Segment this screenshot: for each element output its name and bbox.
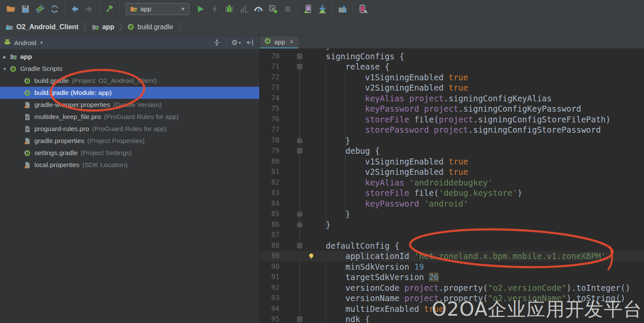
code-line-70[interactable]: 70 signingConfigs {	[260, 51, 644, 62]
device-manager-phone-icon[interactable]	[301, 3, 315, 15]
chevron-collapsed-icon[interactable]: ▶	[0, 55, 9, 59]
fold-marker-icon[interactable]	[279, 241, 304, 251]
breadcrumb-item-app[interactable]: app	[91, 23, 114, 31]
collapse-arrows-icon[interactable]	[211, 37, 222, 48]
stop-square-icon[interactable]	[280, 3, 295, 15]
run-config-select[interactable]: app▼	[126, 3, 189, 15]
code-text[interactable]: v1SigningEnabled true	[304, 156, 468, 167]
fold-marker-icon[interactable]	[279, 51, 304, 62]
code-text[interactable]: v2SigningEnabled true	[304, 167, 468, 177]
forward-arrow-icon[interactable]	[82, 3, 97, 15]
code-text[interactable]: keyAlias project.signingConfigKeyAlias	[304, 93, 552, 104]
code-area[interactable]: 69 }70 signingConfigs {71 release {72 v1…	[260, 49, 644, 323]
code-text[interactable]: applicationId 'net.zoneland.x.bpm.mobile…	[304, 251, 606, 262]
apply-changes-lightning-icon[interactable]	[207, 3, 222, 15]
code-line-78[interactable]: 78 }	[260, 135, 644, 146]
hide-panel-icon[interactable]	[245, 37, 256, 48]
code-text[interactable]: minSdkVersion 19	[304, 262, 424, 272]
build-hammer-icon[interactable]	[102, 3, 117, 15]
project-view-selector[interactable]: Android	[14, 39, 36, 46]
code-line-91[interactable]: 91 targetSdkVersion 26	[260, 272, 644, 283]
run-play-icon[interactable]	[193, 3, 207, 15]
code-text[interactable]	[304, 230, 306, 241]
code-line-74[interactable]: 74 keyAlias project.signingConfigKeyAlia…	[260, 93, 644, 104]
code-text[interactable]: signingConfigs {	[304, 51, 404, 62]
code-line-88[interactable]: 88 defaultConfig {	[260, 241, 644, 251]
tree-item-local.properties[interactable]: local.properties(SDK Location)	[0, 159, 259, 171]
code-line-89[interactable]: 89 applicationId 'net.zoneland.x.bpm.mob…	[260, 251, 644, 262]
fold-marker-icon[interactable]	[279, 135, 304, 146]
code-line-86[interactable]: 86 }	[260, 219, 644, 230]
gradle-icon	[24, 149, 31, 157]
fold-column	[279, 304, 304, 314]
close-icon[interactable]: ✕	[289, 39, 294, 45]
code-line-83[interactable]: 83 storeFile file('debug.keystore')	[260, 188, 644, 198]
code-text[interactable]: versionCode project.property("o2.version…	[304, 283, 630, 293]
code-line-87[interactable]: 87	[260, 230, 644, 241]
code-text[interactable]: keyPassword 'android'	[304, 198, 468, 209]
back-arrow-icon[interactable]	[67, 3, 82, 15]
code-text[interactable]: targetSdkVersion 26	[304, 272, 439, 283]
tree-item-multidex-keep-file.pro[interactable]: multidex_keep_file.pro(ProGuard Rules fo…	[0, 111, 259, 123]
code-line-79[interactable]: 79 debug {	[260, 146, 644, 156]
tree-item-gradle.properties[interactable]: gradle.properties(Project Properties)	[0, 135, 259, 147]
fold-marker-icon[interactable]	[279, 209, 304, 219]
tree-item-build.gradle[interactable]: build.gradle(Project: O2_Android_Client)	[0, 75, 259, 87]
refresh-icon[interactable]	[47, 3, 62, 15]
save-all-icon[interactable]	[18, 3, 33, 15]
code-line-71[interactable]: 71 release {	[260, 61, 644, 72]
fold-marker-icon[interactable]	[279, 61, 304, 72]
code-line-90[interactable]: 90 minSdkVersion 19	[260, 262, 644, 272]
debug-bug-icon[interactable]	[222, 3, 237, 15]
tree-item-app[interactable]: ▶app	[0, 51, 259, 63]
tree-item-build.gradle-module-app-[interactable]: build.gradle (Module: app)	[0, 87, 259, 99]
code-text[interactable]: keyAlias 'androiddebugkey'	[304, 177, 493, 188]
chevron-expanded-icon[interactable]: ▼	[0, 67, 9, 71]
code-line-92[interactable]: 92 versionCode project.property("o2.vers…	[260, 283, 644, 293]
code-text[interactable]: multiDexEnabled true	[304, 304, 444, 314]
attach-debugger-icon[interactable]	[266, 3, 280, 15]
open-folder-icon[interactable]	[3, 3, 18, 15]
code-line-81[interactable]: 81 v2SigningEnabled true	[260, 167, 644, 177]
code-text[interactable]: defaultConfig {	[304, 241, 399, 251]
code-line-84[interactable]: 84 keyPassword 'android'	[260, 198, 644, 209]
project-structure-folders-icon[interactable]	[335, 3, 350, 15]
gradle-sync-icon[interactable]	[33, 3, 47, 15]
code-text[interactable]: }	[304, 209, 350, 219]
code-line-82[interactable]: 82 keyAlias 'androiddebugkey'	[260, 177, 644, 188]
code-text[interactable]: }	[304, 135, 350, 146]
layout-inspector-phone-icon[interactable]	[355, 3, 370, 15]
fold-marker-icon[interactable]	[279, 219, 304, 230]
editor-tab-app[interactable]: app ✕	[260, 36, 298, 49]
code-text[interactable]: keyPassword project.signingConfigKeyPass…	[304, 104, 581, 114]
tree-item-gradle-scripts[interactable]: ▼Gradle Scripts	[0, 63, 259, 75]
fold-marker-icon[interactable]	[279, 146, 304, 156]
code-text[interactable]: storeFile file(project.signingConfigStor…	[304, 114, 611, 125]
tree-item-proguard-rules.pro[interactable]: proguard-rules.pro(ProGuard Rules for ap…	[0, 123, 259, 135]
chevron-down-icon[interactable]: ▼	[39, 40, 44, 45]
code-text[interactable]: v1SigningEnabled true	[304, 72, 468, 83]
gear-icon[interactable]: ⚙▾	[231, 37, 242, 48]
code-text[interactable]: }	[304, 219, 331, 230]
code-text[interactable]: release {	[304, 61, 389, 72]
tree-item-settings.gradle[interactable]: settings.gradle(Project Settings)	[0, 147, 259, 159]
code-line-72[interactable]: 72 v1SigningEnabled true	[260, 72, 644, 83]
code-text[interactable]: v2SigningEnabled true	[304, 82, 468, 93]
breadcrumb-item-build.gradle[interactable]: build.gradle	[127, 23, 173, 31]
code-text[interactable]: storePassword project.signingConfigStore…	[304, 125, 601, 135]
breadcrumb-item-o2_android_client[interactable]: O2_Android_Client	[5, 23, 79, 31]
tree-item-gradle-wrapper.properties[interactable]: gradle-wrapper.properties(Gradle Version…	[0, 99, 259, 111]
fold-marker-icon[interactable]	[279, 314, 304, 323]
code-text[interactable]: ndk {	[304, 314, 370, 323]
code-line-73[interactable]: 73 v2SigningEnabled true	[260, 82, 644, 93]
profile-bars-icon[interactable]	[237, 3, 251, 15]
sdk-manager-download-icon[interactable]	[315, 3, 330, 15]
code-line-77[interactable]: 77 storePassword project.signingConfigSt…	[260, 125, 644, 135]
code-line-75[interactable]: 75 keyPassword project.signingConfigKeyP…	[260, 104, 644, 114]
code-line-76[interactable]: 76 storeFile file(project.signingConfigS…	[260, 114, 644, 125]
profiler-gauge-icon[interactable]	[251, 3, 266, 15]
code-text[interactable]: debug {	[304, 146, 380, 156]
code-line-85[interactable]: 85 }	[260, 209, 644, 219]
code-text[interactable]: storeFile file('debug.keystore')	[304, 188, 522, 198]
code-line-80[interactable]: 80 v1SigningEnabled true	[260, 156, 644, 167]
